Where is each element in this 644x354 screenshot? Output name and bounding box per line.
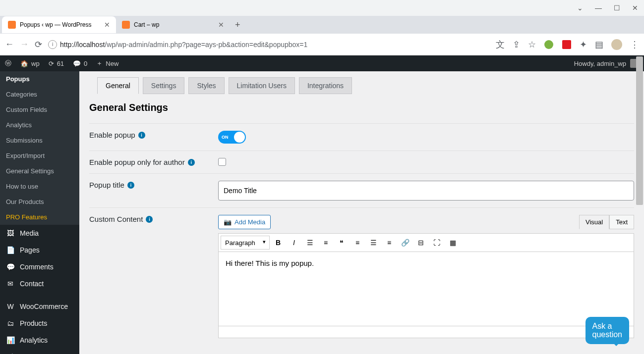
- nav-forward-icon[interactable]: →: [20, 39, 29, 50]
- sidebar-item-popups[interactable]: Popups: [0, 71, 79, 87]
- products-icon: 🗂: [6, 319, 15, 328]
- extension-pdf-icon[interactable]: [562, 40, 572, 50]
- tab-close-icon[interactable]: ✕: [104, 21, 110, 29]
- sidebar-item-woocommerce[interactable]: WWooCommerce: [0, 298, 79, 315]
- format-select[interactable]: Paragraph: [221, 236, 270, 250]
- page-title: General Settings: [89, 102, 634, 113]
- url-bar[interactable]: i http://localhost/wp/wp-admin/admin.php…: [48, 40, 490, 49]
- favicon-icon: [8, 21, 16, 29]
- bullet-list-button[interactable]: ☰: [302, 236, 317, 250]
- tab-styles[interactable]: Styles: [188, 77, 224, 94]
- new-tab-button[interactable]: +: [230, 18, 245, 32]
- fullscreen-button[interactable]: ⛶: [429, 236, 444, 250]
- camera-icon: 📷: [224, 218, 232, 226]
- toolbar-toggle-button[interactable]: ▦: [445, 236, 460, 250]
- sidebar-item-custom-fields[interactable]: Custom Fields: [0, 102, 79, 117]
- tab-title: Popups ‹ wp — WordPress: [20, 21, 92, 28]
- sidebar-item-products[interactable]: 🗂Products: [0, 315, 79, 332]
- popup-title-input[interactable]: [218, 181, 634, 201]
- woocommerce-icon: W: [6, 302, 15, 311]
- share-icon[interactable]: ⇪: [513, 39, 520, 50]
- bookmark-icon[interactable]: ☆: [528, 39, 536, 50]
- media-icon: 🖼: [6, 229, 15, 238]
- sidebar-item-contact[interactable]: ✉Contact: [0, 275, 79, 292]
- editor-text-tab[interactable]: Text: [609, 215, 634, 229]
- wp-logo-icon[interactable]: ⓦ: [5, 59, 11, 68]
- row-enable-popup: Enable popup i ON: [89, 123, 634, 151]
- nav-back-icon[interactable]: ←: [5, 39, 14, 50]
- sidebar-item-analytics-2[interactable]: 📊Analytics: [0, 332, 79, 349]
- align-left-button[interactable]: ≡: [350, 236, 365, 250]
- row-popup-title: Popup title i: [89, 173, 634, 207]
- translate-icon[interactable]: 文: [496, 39, 505, 51]
- custom-content-label: Custom Content: [89, 215, 143, 223]
- enable-popup-toggle[interactable]: ON: [218, 131, 246, 144]
- browser-actions: 文 ⇪ ☆ ✦ ▤ ⋮: [496, 39, 639, 51]
- analytics-icon: 📊: [6, 336, 15, 345]
- window-maximize-icon[interactable]: ☐: [614, 4, 620, 12]
- comments-icon: 💬: [6, 262, 15, 271]
- address-bar-row: ← → ⟳ i http://localhost/wp/wp-admin/adm…: [0, 34, 644, 55]
- site-link[interactable]: 🏠 wp: [20, 60, 40, 67]
- submenu-popups: Popups Categories Custom Fields Analytic…: [0, 71, 79, 225]
- window-dropdown-icon[interactable]: ⌄: [577, 4, 583, 12]
- settings-tabs: General Settings Styles Limitation Users…: [97, 77, 634, 94]
- extensions-icon[interactable]: ✦: [580, 39, 587, 50]
- info-icon[interactable]: i: [127, 182, 134, 189]
- quote-button[interactable]: ❝: [334, 236, 349, 250]
- tab-close-icon[interactable]: ✕: [218, 21, 224, 29]
- url-text: http://localhost/wp/wp-admin/admin.php?p…: [60, 41, 307, 49]
- bold-button[interactable]: B: [271, 236, 286, 250]
- comments-link[interactable]: 💬 0: [73, 60, 87, 67]
- reading-list-icon[interactable]: ▤: [595, 39, 603, 50]
- sidebar-item-our-products[interactable]: Our Products: [0, 194, 79, 209]
- info-icon[interactable]: i: [188, 159, 195, 166]
- readmore-button[interactable]: ⊟: [413, 236, 428, 250]
- sidebar-item-export-import[interactable]: Export/Import: [0, 148, 79, 163]
- info-icon[interactable]: i: [146, 216, 153, 223]
- browser-menu-icon[interactable]: ⋮: [630, 39, 639, 50]
- tab-limitation-users[interactable]: Limitation Users: [229, 77, 295, 94]
- window-controls: ⌄ — ☐ ✕: [0, 0, 644, 16]
- number-list-button[interactable]: ≡: [318, 236, 333, 250]
- sidebar-item-comments[interactable]: 💬Comments: [0, 258, 79, 275]
- nav-reload-icon[interactable]: ⟳: [35, 39, 42, 50]
- tab-title: Cart – wp: [134, 21, 159, 28]
- sidebar-item-categories[interactable]: Categories: [0, 87, 79, 102]
- howdy-label[interactable]: Howdy, admin_wp: [574, 60, 626, 67]
- new-content-link[interactable]: ＋ New: [96, 59, 118, 68]
- sidebar-item-analytics[interactable]: Analytics: [0, 117, 79, 133]
- sidebar-item-general-settings[interactable]: General Settings: [0, 163, 79, 179]
- align-center-button[interactable]: ☰: [366, 236, 381, 250]
- updates-link[interactable]: ⟳ 61: [49, 60, 64, 67]
- sidebar-item-marketing[interactable]: 📣Marketing: [0, 349, 79, 354]
- sidebar-item-media[interactable]: 🖼Media: [0, 225, 79, 242]
- ask-question-button[interactable]: Ask aquestion: [585, 317, 630, 344]
- browser-tab-active[interactable]: Popups ‹ wp — WordPress ✕: [2, 16, 116, 33]
- add-media-button[interactable]: 📷 Add Media: [218, 215, 271, 229]
- italic-button[interactable]: I: [287, 236, 301, 250]
- tab-integrations[interactable]: Integrations: [299, 77, 352, 94]
- align-right-button[interactable]: ≡: [382, 236, 397, 250]
- sidebar-item-submissions[interactable]: Submissions: [0, 133, 79, 148]
- profile-avatar[interactable]: [611, 39, 622, 50]
- sidebar-item-pro-features[interactable]: PRO Features: [0, 209, 79, 225]
- sidebar-item-how-to-use[interactable]: How to use: [0, 179, 79, 194]
- scrollbar[interactable]: [636, 56, 643, 205]
- info-icon[interactable]: i: [138, 132, 145, 139]
- wp-admin-sidebar: Popups Categories Custom Fields Analytic…: [0, 71, 79, 354]
- editor-status-bar: [218, 326, 634, 338]
- site-info-icon[interactable]: i: [48, 40, 57, 49]
- extension-green-icon[interactable]: [544, 40, 554, 50]
- browser-tab[interactable]: Cart – wp ✕: [116, 16, 230, 33]
- editor-visual-tab[interactable]: Visual: [579, 215, 609, 229]
- editor-content[interactable]: Hi there! This is my popup.: [218, 252, 634, 326]
- link-button[interactable]: 🔗: [398, 236, 412, 250]
- sidebar-item-pages[interactable]: 📄Pages: [0, 242, 79, 258]
- wp-admin-bar: ⓦ 🏠 wp ⟳ 61 💬 0 ＋ New Howdy, admin_wp: [0, 55, 644, 71]
- window-minimize-icon[interactable]: —: [595, 4, 602, 12]
- tab-settings[interactable]: Settings: [143, 77, 185, 94]
- window-close-icon[interactable]: ✕: [632, 4, 638, 12]
- tab-general[interactable]: General: [97, 77, 139, 94]
- author-only-checkbox[interactable]: [218, 158, 226, 166]
